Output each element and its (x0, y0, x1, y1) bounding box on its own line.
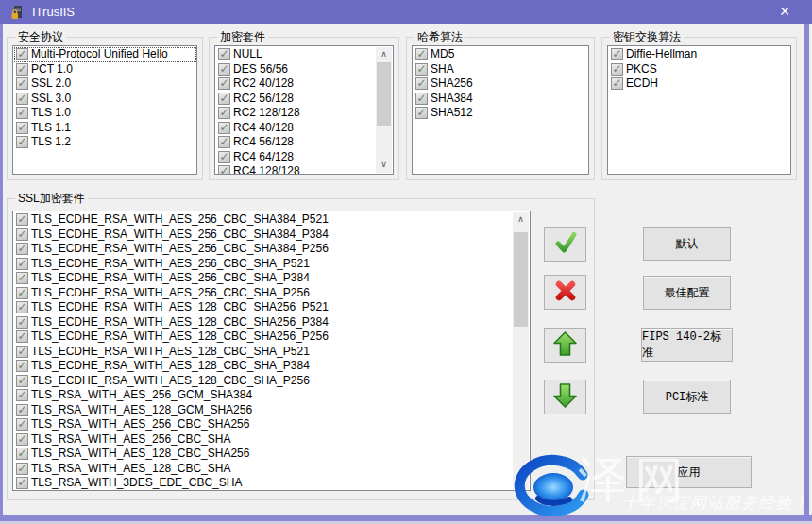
remove-button[interactable] (544, 275, 586, 310)
scroll-down-icon[interactable]: ∨ (376, 158, 392, 173)
scroll-up-icon[interactable]: ∧ (513, 212, 529, 228)
checkbox-icon[interactable]: ✓ (16, 433, 28, 446)
checkbox-icon[interactable]: ✓ (16, 77, 28, 90)
key-exchange-list[interactable]: ✓Diffie-Hellman✓PKCS✓ECDH (607, 45, 791, 175)
checkbox-icon[interactable]: ✓ (16, 375, 28, 387)
checkbox-icon[interactable]: ✓ (218, 77, 230, 90)
confirm-button[interactable] (544, 227, 586, 262)
checkbox-list-item[interactable]: ✓TLS_RSA_WITH_3DES_EDE_CBC_SHA (14, 476, 530, 491)
checkbox-list-item[interactable]: ✓RC4 40/128 (216, 121, 393, 136)
checkbox-list-item[interactable]: ✓RC2 56/128 (216, 92, 393, 107)
move-up-button[interactable] (544, 328, 586, 363)
checkbox-list-item[interactable]: ✓TLS 1.1 (14, 121, 196, 136)
checkbox-list-item[interactable]: ✓TLS_ECDHE_RSA_WITH_AES_128_CBC_SHA_P256 (14, 374, 530, 389)
checkbox-icon[interactable]: ✓ (611, 77, 623, 90)
checkbox-list-item[interactable]: ✓TLS_ECDHE_RSA_WITH_AES_256_CBC_SHA384_P… (14, 228, 530, 243)
checkbox-icon[interactable]: ✓ (415, 63, 428, 76)
scroll-down-icon[interactable]: ∨ (513, 474, 529, 489)
checkbox-list-item[interactable]: ✓RC2 40/128 (216, 76, 393, 92)
default-button[interactable]: 默认 (643, 227, 731, 261)
vertical-scrollbar[interactable]: ∧ ∨ (376, 47, 392, 173)
fips-standard-button[interactable]: FIPS 140-2标准 (641, 328, 733, 362)
checkbox-list-item[interactable]: ✓TLS_ECDHE_RSA_WITH_AES_256_CBC_SHA_P256 (14, 286, 530, 301)
checkbox-list-item[interactable]: ✓RC4 128/128 (216, 164, 393, 175)
checkbox-icon[interactable]: ✓ (16, 330, 28, 343)
checkbox-icon[interactable]: ✓ (16, 346, 28, 358)
checkbox-icon[interactable]: ✓ (16, 418, 28, 431)
checkbox-list-item[interactable]: ✓TLS_RSA_WITH_AES_256_CBC_SHA256 (14, 417, 530, 432)
scroll-up-icon[interactable]: ∧ (376, 47, 392, 62)
checkbox-icon[interactable]: ✓ (415, 93, 428, 105)
checkbox-list-item[interactable]: ✓TLS_ECDHE_RSA_WITH_AES_256_CBC_SHA384_P… (14, 212, 530, 228)
checkbox-list-item[interactable]: ✓TLS 1.0 (14, 106, 196, 121)
checkbox-list-item[interactable]: ✓RC4 56/128 (216, 135, 393, 150)
checkbox-icon[interactable]: ✓ (218, 136, 230, 148)
checkbox-list-item[interactable]: ✓NULL (216, 47, 393, 62)
checkbox-icon[interactable]: ✓ (16, 389, 28, 401)
checkbox-icon[interactable]: ✓ (415, 77, 428, 90)
checkbox-icon[interactable]: ✓ (218, 165, 230, 175)
scrollbar-thumb[interactable] (514, 232, 528, 327)
checkbox-icon[interactable]: ✓ (16, 360, 28, 372)
checkbox-list-item[interactable]: ✓SHA256 (414, 76, 588, 92)
checkbox-list-item[interactable]: ✓TLS_ECDHE_RSA_WITH_AES_256_CBC_SHA_P521 (14, 257, 530, 272)
pci-standard-button[interactable]: PCI标准 (643, 380, 731, 414)
checkbox-list-item[interactable]: ✓RC4 64/128 (216, 150, 393, 165)
checkbox-icon[interactable]: ✓ (218, 151, 230, 163)
checkbox-icon[interactable]: ✓ (218, 122, 230, 134)
vertical-scrollbar[interactable]: ∧ ∨ (513, 212, 529, 489)
ssl-cipher-suites-list[interactable]: ∧ ∨ ✓TLS_ECDHE_RSA_WITH_AES_256_CBC_SHA3… (12, 211, 531, 491)
checkbox-list-item[interactable]: ✓TLS_ECDHE_RSA_WITH_AES_256_CBC_SHA384_P… (14, 242, 530, 257)
checkbox-list-item[interactable]: ✓TLS_RSA_WITH_AES_128_CBC_SHA256 (14, 447, 530, 462)
checkbox-icon[interactable]: ✓ (611, 48, 623, 60)
checkbox-list-item[interactable]: ✓TLS_ECDHE_RSA_WITH_AES_128_CBC_SHA_P384 (14, 359, 530, 374)
checkbox-list-item[interactable]: ✓TLS_ECDHE_RSA_WITH_AES_128_CBC_SHA256_P… (14, 330, 530, 345)
checkbox-list-item[interactable]: ✓SSL 2.0 (14, 76, 196, 92)
checkbox-icon[interactable]: ✓ (218, 93, 230, 105)
checkbox-icon[interactable]: ✓ (415, 48, 428, 60)
checkbox-list-item[interactable]: ✓Diffie-Hellman (609, 47, 790, 62)
checkbox-list-item[interactable]: ✓TLS_ECDHE_RSA_WITH_AES_128_CBC_SHA256_P… (14, 315, 530, 330)
checkbox-list-item[interactable]: ✓SHA384 (414, 92, 588, 107)
checkbox-list-item[interactable]: ✓PKCS (609, 62, 790, 77)
checkbox-icon[interactable]: ✓ (16, 477, 28, 489)
checkbox-list-item[interactable]: ✓Multi-Protocol Unified Hello (14, 47, 196, 62)
move-down-button[interactable] (544, 380, 586, 414)
apply-button[interactable]: 应用 (626, 456, 752, 488)
checkbox-list-item[interactable]: ✓TLS_RSA_WITH_AES_128_CBC_SHA (14, 462, 530, 477)
checkbox-icon[interactable]: ✓ (16, 228, 28, 241)
checkbox-list-item[interactable]: ✓SHA512 (414, 106, 588, 121)
checkbox-icon[interactable]: ✓ (16, 448, 28, 460)
checkbox-icon[interactable]: ✓ (16, 316, 28, 329)
checkbox-icon[interactable]: ✓ (16, 48, 28, 60)
checkbox-list-item[interactable]: ✓TLS_RSA_WITH_AES_256_GCM_SHA384 (14, 388, 530, 403)
best-config-button[interactable]: 最佳配置 (643, 276, 731, 310)
checkbox-list-item[interactable]: ✓TLS_RSA_WITH_AES_256_CBC_SHA (14, 432, 530, 448)
checkbox-icon[interactable]: ✓ (16, 213, 28, 226)
checkbox-icon[interactable]: ✓ (16, 122, 28, 134)
checkbox-icon[interactable]: ✓ (16, 63, 28, 76)
scrollbar-thumb[interactable] (377, 62, 391, 126)
checkbox-icon[interactable]: ✓ (16, 243, 28, 255)
cipher-suites-list[interactable]: ∧ ∨ ✓NULL✓DES 56/56✓RC2 40/128✓RC2 56/12… (214, 45, 394, 175)
checkbox-icon[interactable]: ✓ (218, 107, 230, 119)
hash-algorithms-list[interactable]: ✓MD5✓SHA✓SHA256✓SHA384✓SHA512 (412, 45, 589, 175)
security-protocols-list[interactable]: ✓Multi-Protocol Unified Hello✓PCT 1.0✓SS… (12, 45, 197, 175)
checkbox-icon[interactable]: ✓ (218, 48, 230, 60)
checkbox-icon[interactable]: ✓ (16, 404, 28, 416)
checkbox-list-item[interactable]: ✓MD5 (414, 47, 588, 62)
checkbox-icon[interactable]: ✓ (16, 258, 28, 270)
checkbox-list-item[interactable]: ✓TLS_RSA_WITH_AES_128_GCM_SHA256 (14, 403, 530, 418)
checkbox-list-item[interactable]: ✓TLS_ECDHE_RSA_WITH_AES_128_CBC_SHA_P521 (14, 345, 530, 360)
checkbox-icon[interactable]: ✓ (16, 301, 28, 313)
checkbox-list-item[interactable]: ✓RC2 128/128 (216, 106, 393, 121)
checkbox-list-item[interactable]: ✓TLS 1.2 (14, 135, 196, 150)
checkbox-icon[interactable]: ✓ (16, 272, 28, 284)
checkbox-list-item[interactable]: ✓ECDH (609, 76, 790, 92)
close-button[interactable]: ✕ (765, 0, 804, 24)
checkbox-list-item[interactable]: ✓SSL 3.0 (14, 92, 196, 107)
checkbox-icon[interactable]: ✓ (16, 107, 28, 119)
checkbox-list-item[interactable]: ✓TLS_ECDHE_RSA_WITH_AES_256_CBC_SHA_P384 (14, 271, 530, 286)
checkbox-icon[interactable]: ✓ (415, 107, 428, 119)
checkbox-list-item[interactable]: ✓DES 56/56 (216, 62, 393, 77)
